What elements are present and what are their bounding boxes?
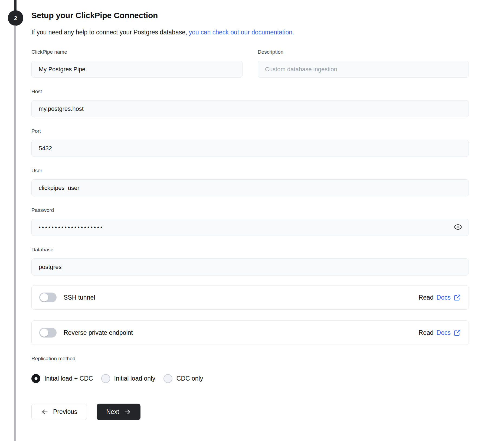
previous-button-label: Previous	[53, 408, 77, 416]
database-input[interactable]	[31, 258, 469, 275]
port-field: Port	[31, 128, 469, 157]
radio-cdc-only[interactable]: CDC only	[163, 374, 203, 383]
host-label: Host	[31, 89, 469, 95]
ssh-tunnel-card: SSH tunnel Read Docs	[31, 285, 469, 310]
host-field: Host	[31, 89, 469, 117]
password-input[interactable]	[31, 219, 469, 236]
read-text: Read	[419, 294, 434, 301]
step-number: 2	[14, 15, 17, 21]
arrow-left-icon	[41, 408, 48, 416]
clickpipe-name-label: ClickPipe name	[31, 49, 243, 55]
password-field: Password	[31, 207, 469, 236]
ssh-tunnel-toggle[interactable]	[39, 293, 57, 302]
radio-unselected-icon[interactable]	[163, 374, 172, 383]
form-actions: Previous Next	[31, 404, 469, 420]
radio-initial-load-cdc[interactable]: Initial load + CDC	[31, 374, 93, 383]
documentation-link[interactable]: you can check out our documentation.	[189, 29, 294, 36]
host-input[interactable]	[31, 100, 469, 117]
database-label: Database	[31, 247, 469, 253]
step-indicator: 2	[8, 10, 23, 26]
replication-method-label: Replication method	[31, 356, 469, 362]
radio-initial-load-only[interactable]: Initial load only	[101, 374, 155, 383]
port-input[interactable]	[31, 140, 469, 157]
radio-label: Initial load + CDC	[44, 375, 93, 382]
radio-selected-icon[interactable]	[31, 374, 40, 383]
ssh-tunnel-label: SSH tunnel	[64, 294, 95, 301]
intro-text: If you need any help to connect your Pos…	[31, 29, 469, 36]
previous-button[interactable]: Previous	[31, 404, 87, 420]
radio-label: Initial load only	[114, 375, 155, 382]
reverse-private-endpoint-card: Reverse private endpoint Read Docs	[31, 320, 469, 345]
step-rail-bottom	[14, 25, 16, 441]
radio-label: CDC only	[176, 375, 203, 382]
description-input[interactable]	[258, 61, 469, 78]
replication-method-options: Initial load + CDC Initial load only CDC…	[31, 374, 469, 383]
password-label: Password	[31, 207, 469, 213]
intro-plain-text: If you need any help to connect your Pos…	[31, 29, 189, 36]
port-label: Port	[31, 128, 469, 134]
next-button[interactable]: Next	[97, 404, 140, 420]
user-label: User	[31, 168, 469, 174]
radio-unselected-icon[interactable]	[101, 374, 110, 383]
user-input[interactable]	[31, 179, 469, 196]
reverse-private-endpoint-toggle[interactable]	[39, 328, 57, 338]
description-field: Description	[258, 49, 469, 78]
page-title: Setup your ClickPipe Connection	[31, 11, 469, 20]
database-field: Database	[31, 247, 469, 275]
toggle-knob	[40, 329, 48, 337]
clickpipe-name-input[interactable]	[31, 61, 243, 78]
setup-connection-section: Setup your ClickPipe Connection If you n…	[31, 11, 469, 420]
eye-icon	[454, 223, 462, 232]
description-label: Description	[258, 49, 469, 55]
external-link-icon[interactable]	[454, 294, 461, 301]
external-link-icon[interactable]	[454, 329, 461, 336]
next-button-label: Next	[106, 408, 119, 416]
read-text: Read	[419, 329, 434, 336]
ssh-docs-link[interactable]: Docs	[437, 294, 451, 301]
reverse-endpoint-docs-link[interactable]: Docs	[437, 329, 451, 336]
reverse-private-endpoint-label: Reverse private endpoint	[64, 329, 133, 336]
toggle-knob	[40, 293, 48, 301]
password-visibility-toggle[interactable]	[453, 223, 463, 232]
arrow-right-icon	[124, 408, 131, 416]
clickpipe-name-field: ClickPipe name	[31, 49, 243, 78]
user-field: User	[31, 168, 469, 196]
